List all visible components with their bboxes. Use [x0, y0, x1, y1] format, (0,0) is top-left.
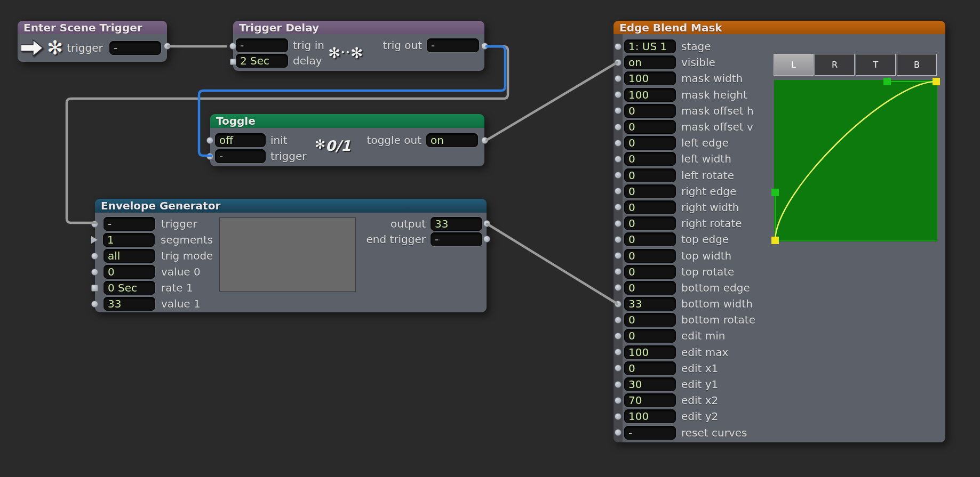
node-envelope-generator[interactable]: Envelope Generator - trigger 1 segments — [95, 199, 487, 312]
mask-input-port[interactable] — [615, 429, 622, 436]
toggle-trigger-field[interactable]: - — [215, 149, 266, 163]
wire-toggle-out-to-visible[interactable] — [487, 62, 617, 140]
mask-input-port[interactable] — [615, 381, 622, 388]
mask-param-field[interactable]: - — [624, 426, 676, 440]
mask-param-field[interactable]: 100 — [624, 409, 676, 423]
curve-editor[interactable] — [774, 80, 937, 241]
mask-param-field[interactable]: 1: US 1 — [624, 39, 676, 53]
node-enter-scene-trigger[interactable]: Enter Scene Trigger ✻ trigger - — [18, 21, 167, 62]
mask-param-field[interactable]: 0 — [624, 313, 676, 327]
node-title-trigger-delay[interactable]: Trigger Delay — [233, 21, 484, 34]
blend-curve-path[interactable] — [775, 82, 936, 240]
toggle-out-field[interactable]: on — [426, 133, 478, 147]
trig-out-port[interactable] — [481, 43, 488, 50]
mask-param-field[interactable]: 0 — [624, 168, 676, 182]
toggle-trigger-port[interactable] — [206, 153, 213, 160]
mask-input-port[interactable] — [615, 220, 622, 227]
mask-input-port[interactable] — [615, 397, 622, 404]
mask-input-port[interactable] — [615, 188, 622, 195]
wire-envelope-output-to-bottom-width[interactable] — [487, 224, 617, 304]
mask-param-field[interactable]: 70 — [624, 393, 676, 407]
mask-input-port[interactable] — [615, 333, 622, 339]
envelope-param-field[interactable]: 0 Sec — [103, 281, 155, 295]
node-trigger-delay[interactable]: Trigger Delay - trig in trig out - 2 Sec… — [233, 21, 484, 71]
node-edge-blend-mask[interactable]: Edge Blend Mask 1: US 1 stage on visible — [614, 21, 945, 442]
envelope-param-field[interactable]: 1 — [103, 233, 155, 247]
node-title-envelope-generator[interactable]: Envelope Generator — [95, 199, 487, 213]
toggle-out-port[interactable] — [481, 137, 488, 144]
edge-tab[interactable]: L — [774, 54, 814, 76]
end-trigger-port[interactable] — [483, 236, 490, 242]
mask-param-field[interactable]: 100 — [624, 71, 676, 85]
mask-input-port[interactable] — [615, 75, 622, 82]
node-title-toggle[interactable]: Toggle — [210, 114, 484, 128]
output-port[interactable] — [483, 220, 490, 227]
mask-input-port[interactable] — [615, 172, 622, 179]
edge-tab[interactable]: B — [897, 54, 937, 76]
mask-input-port[interactable] — [615, 124, 622, 131]
output-field[interactable]: 33 — [431, 217, 482, 231]
envelope-input-port[interactable] — [91, 285, 98, 292]
mask-input-port[interactable] — [615, 317, 622, 324]
end-trigger-field[interactable]: - — [431, 232, 482, 246]
mask-param-field[interactable]: on — [624, 55, 676, 69]
mask-input-port[interactable] — [615, 59, 622, 66]
mask-param-field[interactable]: 0 — [624, 104, 676, 118]
node-title-enter-scene-trigger[interactable]: Enter Scene Trigger — [18, 21, 167, 34]
mask-param-field[interactable]: 100 — [624, 345, 676, 359]
curve-anchor[interactable] — [771, 237, 779, 244]
mask-input-port[interactable] — [615, 43, 622, 50]
envelope-input-port[interactable] — [91, 269, 98, 276]
mask-input-port[interactable] — [615, 140, 622, 147]
mask-input-port[interactable] — [615, 365, 622, 371]
mask-param-field[interactable]: 0 — [624, 136, 676, 150]
envelope-param-field[interactable]: - — [103, 217, 155, 231]
mask-param-field[interactable]: 0 — [624, 281, 676, 295]
mask-param-field[interactable]: 0 — [624, 216, 676, 230]
curve-anchor[interactable] — [933, 78, 940, 85]
envelope-param-field[interactable]: 0 — [103, 265, 155, 279]
mask-param-field[interactable]: 0 — [624, 249, 676, 263]
envelope-param-field[interactable]: all — [103, 249, 155, 263]
mask-param-field[interactable]: 0 — [624, 361, 676, 375]
envelope-input-port[interactable] — [91, 253, 98, 260]
mask-input-port[interactable] — [615, 301, 622, 308]
mask-input-port[interactable] — [615, 107, 622, 114]
curve-handle[interactable] — [883, 78, 891, 85]
node-title-edge-blend-mask[interactable]: Edge Blend Mask — [614, 21, 945, 34]
mask-param-field[interactable]: 0 — [624, 120, 676, 134]
mask-param-field[interactable]: 0 — [624, 200, 676, 214]
mask-input-port[interactable] — [615, 284, 622, 291]
mask-input-port[interactable] — [615, 204, 622, 211]
init-port[interactable] — [206, 137, 213, 144]
trig-in-port[interactable] — [229, 43, 236, 50]
mask-input-port[interactable] — [615, 156, 622, 163]
envelope-input-port[interactable] — [91, 301, 98, 308]
mask-param-field[interactable]: 0 — [624, 152, 676, 166]
mask-param-field[interactable]: 30 — [624, 377, 676, 391]
mask-param-field[interactable]: 0 — [624, 232, 676, 246]
envelope-param-field[interactable]: 33 — [103, 297, 155, 311]
mask-param-field[interactable]: 0 — [624, 329, 676, 343]
init-field[interactable]: off — [215, 133, 266, 147]
mask-param-field[interactable]: 0 — [624, 265, 676, 279]
mask-param-field[interactable]: 100 — [624, 88, 676, 102]
envelope-input-port[interactable] — [91, 236, 98, 244]
mask-input-port[interactable] — [615, 413, 622, 420]
mask-param-field[interactable]: 0 — [624, 184, 676, 198]
node-editor-canvas[interactable]: Enter Scene Trigger ✻ trigger - Trigger … — [0, 0, 980, 477]
mask-input-port[interactable] — [615, 252, 622, 259]
trig-in-field[interactable]: - — [236, 38, 288, 52]
edge-tab[interactable]: T — [856, 54, 896, 76]
edge-tab[interactable]: R — [815, 54, 855, 76]
delay-field[interactable]: 2 Sec — [236, 54, 288, 68]
delay-port[interactable] — [230, 59, 236, 65]
trigger-output-port[interactable] — [164, 43, 171, 50]
mask-input-port[interactable] — [615, 268, 622, 275]
trigger-field[interactable]: - — [109, 41, 161, 55]
envelope-input-port[interactable] — [91, 221, 98, 228]
mask-input-port[interactable] — [615, 349, 622, 355]
mask-input-port[interactable] — [615, 91, 622, 98]
curve-handle[interactable] — [771, 189, 779, 196]
node-toggle[interactable]: Toggle off init toggle out on - trigger … — [210, 114, 484, 166]
